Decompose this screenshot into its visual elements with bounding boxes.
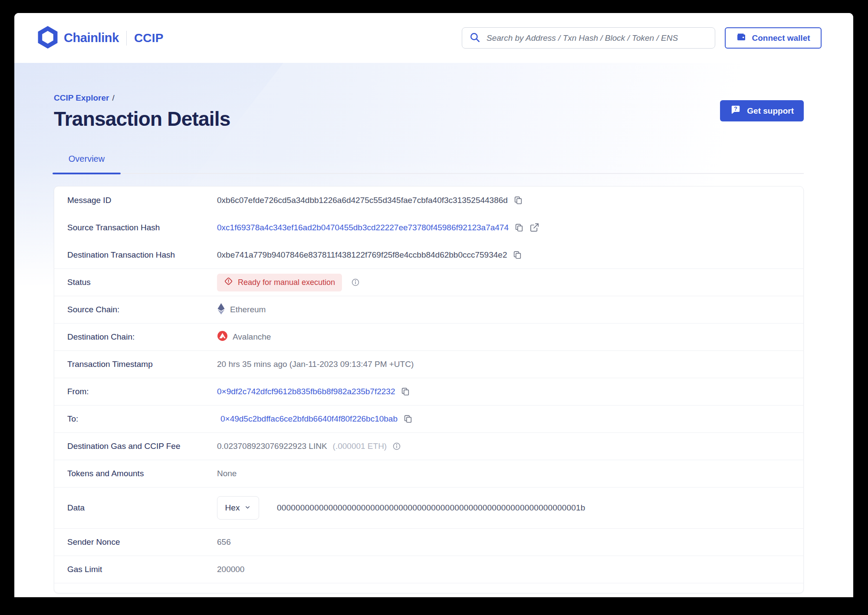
alert-diamond-icon — [224, 277, 233, 288]
chat-question-icon: ? — [730, 104, 741, 118]
wallet-icon — [736, 32, 746, 44]
row-label: Sender Nonce — [67, 537, 217, 547]
external-link-icon[interactable] — [529, 222, 539, 232]
breadcrumb-separator: / — [112, 93, 114, 102]
row-label: To: — [67, 414, 217, 424]
row-label: Data — [67, 503, 217, 513]
source-chain-name: Ethereum — [230, 305, 266, 314]
copy-icon[interactable] — [513, 250, 522, 260]
page-head-left: CCIP Explorer/ Transaction Details — [54, 93, 230, 131]
row-label: Gas Limit — [67, 565, 217, 574]
from-address-link[interactable]: 0×9df2c742dfcf9612b835fb6b8f982a235b7f22… — [217, 387, 395, 396]
copy-icon[interactable] — [513, 196, 523, 205]
row-label: Status — [67, 278, 217, 287]
info-icon[interactable] — [351, 278, 360, 287]
row-label: Message ID — [67, 196, 217, 205]
partial-next-row — [54, 583, 803, 593]
row-destination-transaction-hash: Destination Transaction Hash 0xbe741a779… — [54, 241, 803, 268]
row-destination-chain: Destination Chain: Avalanche — [54, 323, 803, 350]
data-format-selected: Hex — [225, 503, 240, 513]
connect-wallet-label: Connect wallet — [752, 33, 810, 43]
data-hex-value: 0000000000000000000000000000000000000000… — [277, 503, 585, 513]
brand-name: Chainlink — [64, 31, 119, 45]
brand-divider — [126, 31, 127, 46]
tab-overview[interactable]: Overview — [53, 154, 121, 173]
row-data: Data Hex 0000000000000000000000000000000… — [54, 487, 803, 528]
site-header: Chainlink CCIP Connect wallet — [14, 13, 853, 63]
app-window: Chainlink CCIP Connect wallet CCIP Explo… — [14, 13, 853, 597]
fee-value: 0.023708923076922923 LINK — [217, 442, 327, 451]
row-label: From: — [67, 387, 217, 396]
timestamp-value: 20 hrs 35 mins ago (Jan-11-2023 09:13:47… — [217, 360, 414, 369]
search-input[interactable] — [486, 33, 708, 43]
breadcrumb-link-ccip-explorer[interactable]: CCIP Explorer — [54, 93, 109, 102]
svg-text:?: ? — [734, 105, 737, 112]
brand-logo-group[interactable]: Chainlink CCIP — [38, 26, 164, 50]
page-title: Transaction Details — [54, 107, 230, 131]
info-icon[interactable] — [392, 442, 401, 451]
transaction-details-card: Message ID 0xb6c07efde726cd5a34dbb1226a6… — [54, 186, 804, 593]
source-transaction-hash-link[interactable]: 0xc1f69378a4c343ef16ad2b0470455db3cd2222… — [217, 223, 509, 232]
status-text: Ready for manual execution — [238, 278, 335, 287]
row-status: Status Ready for manual execution — [54, 268, 803, 296]
row-gas-limit: Gas Limit 200000 — [54, 556, 803, 583]
page-head: CCIP Explorer/ Transaction Details ? Get… — [54, 93, 804, 131]
brand-product-name: CCIP — [134, 31, 164, 45]
row-label: Source Transaction Hash — [67, 223, 217, 232]
data-format-select[interactable]: Hex — [217, 496, 259, 520]
chevron-down-icon — [244, 503, 251, 513]
row-transaction-timestamp: Transaction Timestamp 20 hrs 35 mins ago… — [54, 350, 803, 378]
row-label: Destination Transaction Hash — [67, 250, 217, 260]
message-id-value: 0xb6c07efde726cd5a34dbb1226a6d4275c55d34… — [217, 196, 508, 205]
row-destination-gas-and-ccip-fee: Destination Gas and CCIP Fee 0.023708923… — [54, 432, 803, 460]
row-label: Tokens and Amounts — [67, 469, 217, 478]
tab-bar: Overview — [54, 154, 804, 174]
copy-icon[interactable] — [403, 414, 413, 424]
row-message-id: Message ID 0xb6c07efde726cd5a34dbb1226a6… — [54, 186, 803, 214]
row-label: Destination Chain: — [67, 332, 217, 342]
destination-transaction-hash-value: 0xbe741a779b9407846e837811f438122f769f25… — [217, 250, 507, 260]
row-source-chain: Source Chain: Ethereum — [54, 296, 803, 323]
row-to: To: 0×49d5c2bdffac6ce2bfdb6640f4f80f226b… — [54, 405, 803, 432]
search-icon — [469, 32, 480, 45]
row-source-transaction-hash: Source Transaction Hash 0xc1f69378a4c343… — [54, 214, 803, 241]
breadcrumb: CCIP Explorer/ — [54, 93, 230, 103]
row-label: Source Chain: — [67, 305, 217, 314]
status-badge: Ready for manual execution — [217, 274, 342, 291]
destination-chain-value: Avalanche — [217, 330, 271, 343]
copy-icon[interactable] — [401, 387, 410, 396]
fee-eth-equivalent: (.000001 ETH) — [333, 442, 387, 451]
row-label: Transaction Timestamp — [67, 360, 217, 369]
get-support-button[interactable]: ? Get support — [720, 100, 804, 121]
chainlink-logo-icon — [38, 26, 58, 50]
source-chain-value: Ethereum — [217, 303, 266, 317]
row-label: Destination Gas and CCIP Fee — [67, 442, 217, 451]
avalanche-icon — [217, 330, 228, 343]
ethereum-icon — [217, 303, 225, 317]
tokens-and-amounts-value: None — [217, 469, 237, 478]
search-box[interactable] — [462, 27, 715, 49]
copy-icon[interactable] — [514, 223, 524, 232]
destination-chain-name: Avalanche — [233, 332, 271, 342]
sender-nonce-value: 656 — [217, 537, 231, 547]
connect-wallet-button[interactable]: Connect wallet — [725, 27, 822, 49]
get-support-label: Get support — [747, 106, 794, 116]
row-sender-nonce: Sender Nonce 656 — [54, 528, 803, 556]
gas-limit-value: 200000 — [217, 565, 244, 574]
row-from: From: 0×9df2c742dfcf9612b835fb6b8f982a23… — [54, 378, 803, 405]
main-content: CCIP Explorer/ Transaction Details ? Get… — [14, 93, 853, 593]
to-address-link[interactable]: 0×49d5c2bdffac6ce2bfdb6640f4f80f226bc10b… — [220, 414, 398, 424]
row-tokens-and-amounts: Tokens and Amounts None — [54, 460, 803, 487]
